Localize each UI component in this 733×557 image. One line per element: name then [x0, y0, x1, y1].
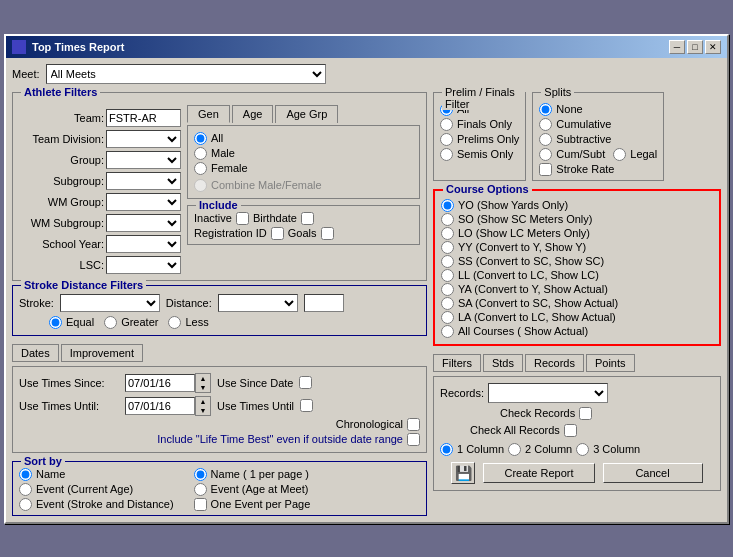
- female-radio-row: Female: [194, 162, 413, 175]
- registration-id-checkbox[interactable]: [271, 227, 284, 240]
- course-all-radio[interactable]: [441, 325, 454, 338]
- maximize-button[interactable]: □: [687, 40, 703, 54]
- course-ll-radio[interactable]: [441, 269, 454, 282]
- course-yy-radio[interactable]: [441, 241, 454, 254]
- dates-tab[interactable]: Dates: [12, 344, 59, 362]
- filters-tab[interactable]: Filters: [433, 354, 481, 372]
- sort-event-meet-radio[interactable]: [194, 483, 207, 496]
- female-radio[interactable]: [194, 162, 207, 175]
- subgroup-select[interactable]: [106, 172, 181, 190]
- wm-subgroup-select[interactable]: [106, 214, 181, 232]
- finals-only-radio[interactable]: [440, 118, 453, 131]
- one-event-checkbox[interactable]: [194, 498, 207, 511]
- use-since-date-checkbox[interactable]: [299, 376, 312, 389]
- sort-name-page-radio[interactable]: [194, 468, 207, 481]
- use-times-until-checkbox[interactable]: [300, 399, 313, 412]
- distance-select[interactable]: [218, 294, 298, 312]
- splits-subtractive-radio[interactable]: [539, 133, 552, 146]
- splits-cumulative-radio[interactable]: [539, 118, 552, 131]
- course-yo-radio[interactable]: [441, 199, 454, 212]
- school-year-row: School Year:: [19, 235, 181, 253]
- semis-only-radio[interactable]: [440, 148, 453, 161]
- points-tab[interactable]: Points: [586, 354, 635, 372]
- inactive-checkbox[interactable]: [236, 212, 249, 225]
- three-column-radio[interactable]: [576, 443, 589, 456]
- course-ss-radio[interactable]: [441, 255, 454, 268]
- use-since-down-button[interactable]: ▼: [196, 383, 210, 392]
- wm-group-label: WM Group:: [19, 196, 104, 208]
- group-select[interactable]: [106, 151, 181, 169]
- cancel-button[interactable]: Cancel: [603, 463, 703, 483]
- course-la-radio[interactable]: [441, 311, 454, 324]
- finals-only-label: Finals Only: [457, 118, 512, 130]
- save-icon[interactable]: 💾: [451, 462, 475, 484]
- use-until-down-button[interactable]: ▼: [196, 406, 210, 415]
- course-lo-radio[interactable]: [441, 227, 454, 240]
- course-yy-label: YY (Convert to Y, Show Y): [458, 241, 586, 253]
- splits-strokerate-checkbox[interactable]: [539, 163, 552, 176]
- goals-checkbox[interactable]: [321, 227, 334, 240]
- sort-event-stroke-radio[interactable]: [19, 498, 32, 511]
- sort-event-age-radio[interactable]: [19, 483, 32, 496]
- gen-tab[interactable]: Gen: [187, 105, 230, 123]
- records-tab[interactable]: Records: [525, 354, 584, 372]
- team-division-select[interactable]: [106, 130, 181, 148]
- course-sa-radio[interactable]: [441, 297, 454, 310]
- all-radio[interactable]: [194, 132, 207, 145]
- meet-select[interactable]: All Meets: [46, 64, 326, 84]
- splits-none-radio[interactable]: [539, 103, 552, 116]
- top-right: Prelim / Finals Filter All Finals Only: [433, 92, 721, 181]
- chronological-checkbox[interactable]: [407, 418, 420, 431]
- age-tab[interactable]: Age: [232, 105, 274, 123]
- course-ya-radio[interactable]: [441, 283, 454, 296]
- close-button[interactable]: ✕: [705, 40, 721, 54]
- team-input[interactable]: [106, 109, 181, 127]
- semis-only-row: Semis Only: [440, 148, 519, 161]
- check-all-records-checkbox[interactable]: [564, 424, 577, 437]
- splits-none-row: None: [539, 103, 657, 116]
- two-column-radio[interactable]: [508, 443, 521, 456]
- wm-group-select[interactable]: [106, 193, 181, 211]
- combine-row: Combine Male/Female: [194, 179, 413, 192]
- age-grp-tab[interactable]: Age Grp: [275, 105, 338, 123]
- create-report-button[interactable]: Create Report: [483, 463, 594, 483]
- one-column-radio[interactable]: [440, 443, 453, 456]
- school-year-select[interactable]: [106, 235, 181, 253]
- records-select[interactable]: [488, 383, 608, 403]
- birthdate-checkbox[interactable]: [301, 212, 314, 225]
- use-until-input[interactable]: [125, 397, 195, 415]
- subgroup-label: Subgroup:: [19, 175, 104, 187]
- use-until-spinbox: ▲ ▼: [125, 396, 211, 416]
- lifetime-checkbox[interactable]: [407, 433, 420, 446]
- minimize-button[interactable]: ─: [669, 40, 685, 54]
- use-since-date-label: Use Since Date: [217, 377, 293, 389]
- stroke-select[interactable]: [60, 294, 160, 312]
- check-records-checkbox[interactable]: [579, 407, 592, 420]
- one-event-label: One Event per Page: [211, 498, 311, 510]
- lsc-select[interactable]: [106, 256, 181, 274]
- splits-cumsubt-radio[interactable]: [539, 148, 552, 161]
- prelims-only-radio[interactable]: [440, 133, 453, 146]
- athlete-filters-box: Athlete Filters Team: Team Division:: [12, 92, 427, 281]
- stds-tab[interactable]: Stds: [483, 354, 523, 372]
- use-until-up-button[interactable]: ▲: [196, 397, 210, 406]
- distance-value-input[interactable]: [304, 294, 344, 312]
- splits-legal-radio[interactable]: [613, 148, 626, 161]
- combine-radio[interactable]: [194, 179, 207, 192]
- course-options-title: Course Options: [443, 183, 532, 195]
- athlete-filter-fields: Team: Team Division: Group:: [19, 109, 181, 274]
- male-radio[interactable]: [194, 147, 207, 160]
- title-bar-buttons: ─ □ ✕: [669, 40, 721, 54]
- check-all-records-label: Check All Records: [470, 424, 560, 436]
- use-since-up-button[interactable]: ▲: [196, 374, 210, 383]
- course-so-radio[interactable]: [441, 213, 454, 226]
- less-radio[interactable]: [168, 316, 181, 329]
- equal-radio[interactable]: [49, 316, 62, 329]
- greater-radio[interactable]: [104, 316, 117, 329]
- sort-name-radio[interactable]: [19, 468, 32, 481]
- meet-label: Meet:: [12, 68, 40, 80]
- improvement-tab[interactable]: Improvement: [61, 344, 143, 362]
- use-since-input[interactable]: [125, 374, 195, 392]
- gender-radio-group: All Male Female: [194, 132, 413, 175]
- course-la-label: LA (Convert to LC, Show Actual): [458, 311, 616, 323]
